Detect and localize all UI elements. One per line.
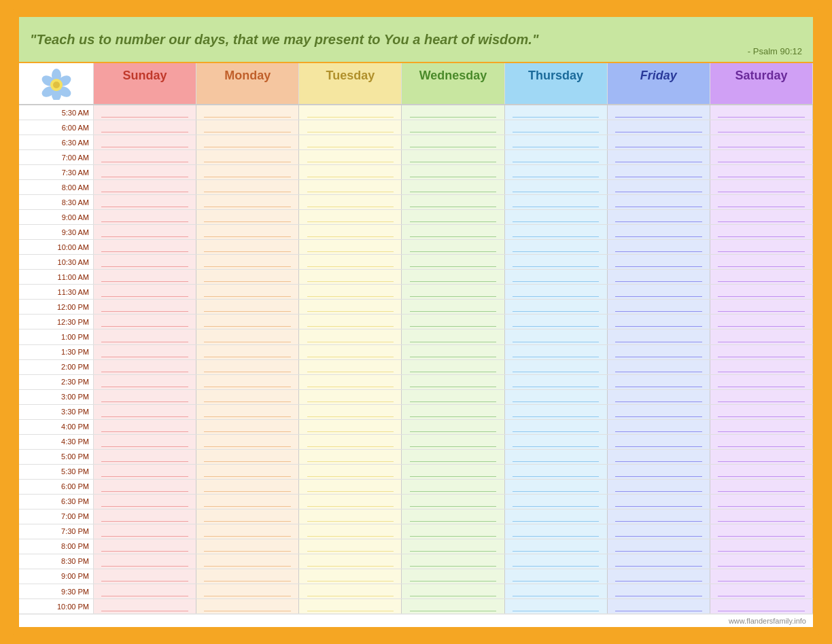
day-cell-tuesday[interactable] (299, 150, 402, 164)
day-cell-sunday[interactable] (94, 120, 196, 135)
day-cell-friday[interactable] (608, 270, 710, 284)
day-cell-wednesday[interactable] (402, 450, 504, 464)
day-cell-sunday[interactable] (94, 285, 196, 299)
day-cell-friday[interactable] (608, 599, 710, 613)
day-cell-monday[interactable] (196, 450, 299, 464)
day-cell-wednesday[interactable] (402, 480, 504, 494)
day-cell-wednesday[interactable] (402, 315, 504, 329)
day-cell-saturday[interactable] (710, 210, 813, 224)
day-cell-tuesday[interactable] (299, 405, 402, 419)
day-cell-thursday[interactable] (505, 524, 608, 539)
day-cell-sunday[interactable] (94, 345, 196, 359)
day-cell-saturday[interactable] (710, 375, 813, 389)
day-cell-wednesday[interactable] (402, 225, 504, 239)
day-cell-wednesday[interactable] (402, 420, 504, 434)
day-cell-tuesday[interactable] (299, 120, 402, 135)
day-cell-monday[interactable] (196, 315, 299, 329)
day-cell-monday[interactable] (196, 345, 299, 359)
day-cell-tuesday[interactable] (299, 539, 402, 554)
day-cell-thursday[interactable] (505, 509, 608, 524)
day-cell-wednesday[interactable] (402, 120, 504, 135)
day-cell-tuesday[interactable] (299, 105, 402, 120)
day-cell-friday[interactable] (608, 150, 710, 164)
day-cell-saturday[interactable] (710, 450, 813, 464)
day-cell-saturday[interactable] (710, 105, 813, 120)
day-cell-thursday[interactable] (505, 420, 608, 434)
day-cell-sunday[interactable] (94, 300, 196, 314)
day-cell-friday[interactable] (608, 405, 710, 419)
day-cell-saturday[interactable] (710, 405, 813, 419)
day-cell-thursday[interactable] (505, 450, 608, 464)
day-cell-tuesday[interactable] (299, 495, 402, 509)
day-cell-wednesday[interactable] (402, 180, 504, 194)
day-cell-saturday[interactable] (710, 420, 813, 434)
day-cell-tuesday[interactable] (299, 450, 402, 464)
day-cell-sunday[interactable] (94, 195, 196, 209)
day-cell-monday[interactable] (196, 554, 299, 569)
day-cell-tuesday[interactable] (299, 584, 402, 598)
day-cell-monday[interactable] (196, 524, 299, 539)
day-cell-monday[interactable] (196, 465, 299, 479)
day-cell-wednesday[interactable] (402, 240, 504, 254)
day-cell-wednesday[interactable] (402, 539, 504, 554)
day-cell-friday[interactable] (608, 285, 710, 299)
day-cell-tuesday[interactable] (299, 255, 402, 269)
day-cell-wednesday[interactable] (402, 255, 504, 269)
day-cell-monday[interactable] (196, 225, 299, 239)
day-cell-friday[interactable] (608, 450, 710, 464)
day-cell-thursday[interactable] (505, 315, 608, 329)
day-cell-sunday[interactable] (94, 150, 196, 164)
day-cell-friday[interactable] (608, 360, 710, 374)
day-cell-monday[interactable] (196, 569, 299, 584)
day-cell-saturday[interactable] (710, 539, 813, 554)
day-cell-tuesday[interactable] (299, 135, 402, 149)
day-cell-friday[interactable] (608, 135, 710, 149)
day-cell-monday[interactable] (196, 300, 299, 314)
day-cell-friday[interactable] (608, 255, 710, 269)
day-cell-monday[interactable] (196, 539, 299, 554)
day-cell-saturday[interactable] (710, 270, 813, 284)
day-cell-saturday[interactable] (710, 329, 813, 344)
day-cell-tuesday[interactable] (299, 165, 402, 179)
day-cell-sunday[interactable] (94, 435, 196, 449)
day-cell-sunday[interactable] (94, 599, 196, 613)
day-cell-sunday[interactable] (94, 180, 196, 194)
day-cell-friday[interactable] (608, 345, 710, 359)
day-cell-friday[interactable] (608, 315, 710, 329)
day-cell-friday[interactable] (608, 509, 710, 524)
day-cell-thursday[interactable] (505, 180, 608, 194)
day-cell-wednesday[interactable] (402, 300, 504, 314)
day-cell-monday[interactable] (196, 420, 299, 434)
day-cell-thursday[interactable] (505, 105, 608, 120)
day-cell-saturday[interactable] (710, 360, 813, 374)
day-cell-saturday[interactable] (710, 195, 813, 209)
day-cell-saturday[interactable] (710, 554, 813, 569)
day-cell-tuesday[interactable] (299, 375, 402, 389)
day-cell-thursday[interactable] (505, 375, 608, 389)
day-cell-monday[interactable] (196, 329, 299, 344)
day-cell-thursday[interactable] (505, 390, 608, 404)
day-cell-tuesday[interactable] (299, 345, 402, 359)
day-cell-thursday[interactable] (505, 240, 608, 254)
day-cell-friday[interactable] (608, 420, 710, 434)
day-cell-saturday[interactable] (710, 180, 813, 194)
day-cell-saturday[interactable] (710, 120, 813, 135)
day-cell-tuesday[interactable] (299, 569, 402, 584)
day-cell-friday[interactable] (608, 465, 710, 479)
day-cell-tuesday[interactable] (299, 180, 402, 194)
day-cell-wednesday[interactable] (402, 105, 504, 120)
day-cell-monday[interactable] (196, 509, 299, 524)
day-cell-tuesday[interactable] (299, 599, 402, 613)
day-cell-wednesday[interactable] (402, 465, 504, 479)
day-cell-saturday[interactable] (710, 165, 813, 179)
day-cell-wednesday[interactable] (402, 210, 504, 224)
day-cell-friday[interactable] (608, 210, 710, 224)
day-cell-friday[interactable] (608, 524, 710, 539)
day-cell-monday[interactable] (196, 480, 299, 494)
day-cell-sunday[interactable] (94, 554, 196, 569)
day-cell-wednesday[interactable] (402, 390, 504, 404)
day-cell-sunday[interactable] (94, 360, 196, 374)
day-cell-sunday[interactable] (94, 255, 196, 269)
day-cell-thursday[interactable] (505, 300, 608, 314)
day-cell-sunday[interactable] (94, 569, 196, 584)
